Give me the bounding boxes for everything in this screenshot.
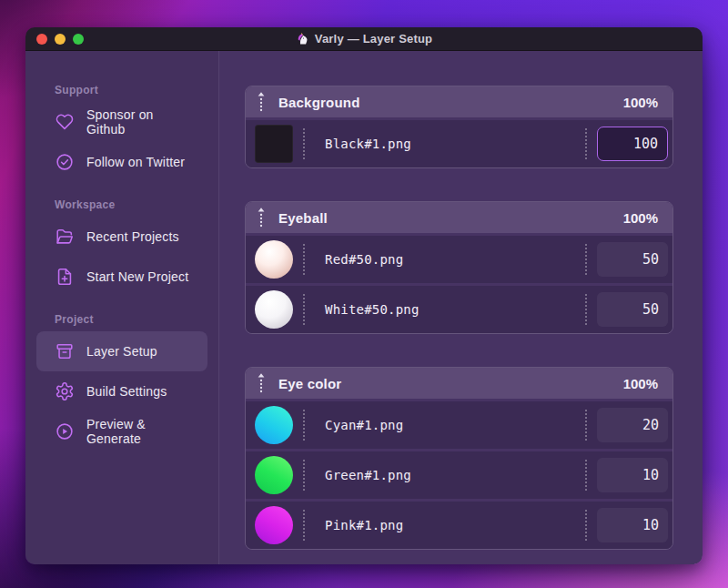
sidebar-item-label: Sponsor on Github: [86, 107, 189, 137]
layer-row: Black#1.png: [246, 120, 672, 167]
layer-row: White#50.png: [246, 286, 672, 333]
layer-weight-input[interactable]: [597, 408, 668, 442]
minimize-button[interactable]: [55, 34, 66, 45]
divider-dotted: [585, 128, 587, 159]
sidebar-item-label: Recent Projects: [86, 229, 179, 244]
traffic-lights: [36, 27, 84, 50]
sidebar-section-workspace: Workspace Recent Projects Start New Proj…: [25, 198, 218, 297]
sidebar-section-label: Support: [55, 84, 218, 96]
layer-group-weight: 100%: [623, 376, 658, 391]
divider-dotted: [303, 294, 305, 325]
layer-filename: Green#1.png: [325, 468, 575, 482]
divider-dotted: [585, 244, 587, 275]
title-bar: Varly — Layer Setup: [25, 27, 703, 51]
drag-handle-icon[interactable]: [257, 372, 268, 394]
zoom-button[interactable]: [73, 34, 84, 45]
close-button[interactable]: [36, 34, 47, 45]
divider-dotted: [585, 510, 587, 541]
sidebar: Support Sponsor on Github Follow on Twit…: [25, 51, 218, 564]
drag-handle-icon[interactable]: [257, 207, 268, 228]
sidebar-item-follow-on-twitter[interactable]: Follow on Twitter: [36, 142, 207, 182]
heart-icon: [55, 112, 75, 132]
sidebar-section-project: Project Layer Setup Build Settings Previ…: [25, 313, 218, 451]
layer-weight-input[interactable]: [597, 292, 668, 327]
layer-filename: Red#50.png: [325, 252, 575, 267]
file-plus-icon: [55, 267, 75, 287]
sidebar-item-label: Build Settings: [86, 384, 167, 399]
sidebar-item-label: Follow on Twitter: [86, 155, 185, 169]
folder-open-icon: [55, 227, 75, 247]
layer-thumbnail-black-square: [255, 125, 293, 163]
layer-thumbnail-white-sphere: [255, 290, 293, 329]
layer-thumbnail-cyan-circle: [255, 406, 293, 444]
sidebar-section-label: Project: [55, 313, 218, 326]
window-title: Varly — Layer Setup: [296, 32, 433, 46]
layer-group-weight: 100%: [623, 210, 658, 226]
sidebar-item-label: Preview & Generate: [86, 417, 189, 446]
sidebar-item-start-new-project[interactable]: Start New Project: [36, 257, 207, 297]
app-window: Varly — Layer Setup Support Sponsor on G…: [25, 27, 703, 564]
divider-dotted: [303, 510, 305, 541]
layer-groups: Background 100% Black#1.png Eyeball 100%…: [218, 51, 703, 564]
layer-group-background: Background 100% Black#1.png: [245, 86, 673, 168]
layer-group-name: Background: [278, 95, 360, 110]
window-body: Support Sponsor on Github Follow on Twit…: [25, 51, 703, 564]
layer-filename: White#50.png: [325, 302, 575, 317]
layer-filename: Cyan#1.png: [325, 418, 575, 432]
layer-row: Green#1.png: [246, 451, 672, 499]
layer-filename: Pink#1.png: [325, 518, 575, 532]
sidebar-item-label: Start New Project: [86, 269, 188, 284]
unicorn-icon: [296, 32, 309, 46]
layer-weight-input[interactable]: [597, 242, 668, 277]
layer-row: Cyan#1.png: [246, 401, 672, 449]
layer-weight-input[interactable]: [597, 127, 668, 161]
sidebar-item-build-settings[interactable]: Build Settings: [36, 371, 207, 411]
drag-handle-icon[interactable]: [257, 91, 268, 113]
play-circle-icon: [55, 421, 75, 441]
layer-group-weight: 100%: [623, 95, 658, 110]
layer-thumbnail-pink-circle: [255, 506, 293, 544]
layer-filename: Black#1.png: [325, 137, 575, 151]
archive-box-icon: [55, 341, 75, 361]
layer-weight-input[interactable]: [597, 458, 668, 492]
divider-dotted: [303, 410, 305, 441]
layer-group-header: Background 100%: [246, 86, 672, 117]
divider-dotted: [585, 410, 587, 441]
divider-dotted: [303, 460, 305, 491]
divider-dotted: [303, 244, 305, 275]
sidebar-item-label: Layer Setup: [86, 344, 157, 359]
sidebar-section-support: Support Sponsor on Github Follow on Twit…: [25, 84, 218, 182]
layer-group-eyeball: Eyeball 100% Red#50.png White#50.png: [245, 201, 673, 334]
divider-dotted: [585, 460, 587, 491]
verified-check-icon: [55, 152, 75, 172]
layer-weight-input[interactable]: [597, 508, 668, 542]
layer-group-header: Eye color 100%: [246, 368, 672, 399]
sidebar-item-sponsor-on-github[interactable]: Sponsor on Github: [36, 102, 207, 142]
sidebar-item-preview-generate[interactable]: Preview & Generate: [36, 411, 207, 451]
layer-row: Pink#1.png: [246, 502, 672, 549]
divider-dotted: [303, 128, 305, 159]
sidebar-item-recent-projects[interactable]: Recent Projects: [36, 217, 207, 257]
divider-dotted: [585, 294, 587, 325]
sidebar-section-label: Workspace: [55, 198, 218, 211]
layer-group-header: Eyeball 100%: [246, 202, 672, 233]
layer-thumbnail-green-circle: [255, 456, 293, 494]
window-title-text: Varly — Layer Setup: [315, 32, 433, 46]
layer-row: Red#50.png: [246, 236, 672, 283]
layer-group-name: Eyeball: [278, 210, 328, 226]
layer-group-name: Eye color: [278, 376, 341, 391]
gear-icon: [55, 381, 75, 401]
sidebar-item-layer-setup[interactable]: Layer Setup: [36, 331, 207, 371]
layer-group-eye-color: Eye color 100% Cyan#1.png Green#1.png Pi…: [245, 367, 673, 550]
layer-thumbnail-red-sphere: [255, 240, 293, 279]
